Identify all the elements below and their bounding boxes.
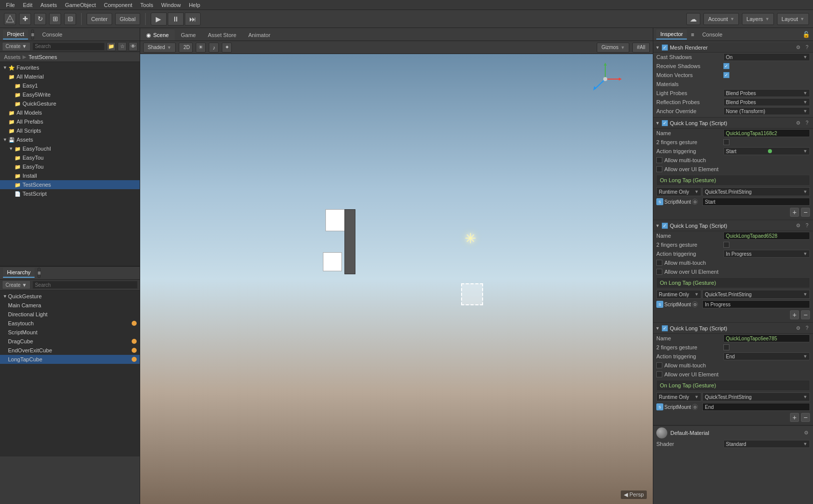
mesh-renderer-checkbox[interactable]: ✓ (662, 45, 668, 51)
qlt3-2fingers-checkbox[interactable] (723, 344, 729, 350)
layout-dropdown[interactable]: Layout ▼ (777, 13, 809, 25)
gizmo-axes[interactable] (585, 59, 625, 99)
qlt2-remove-btn[interactable]: − (801, 310, 810, 319)
hierarchy-directional-light[interactable]: Directional Light (0, 310, 140, 319)
menu-window[interactable]: Window (157, 2, 185, 8)
tree-easytou-1[interactable]: 📁 EasyTou (0, 153, 140, 162)
scene-view[interactable]: ✳ ◀ Persp (140, 54, 653, 504)
menu-tools[interactable]: Tools (136, 2, 157, 8)
mesh-renderer-header[interactable]: ▼ ✓ Mesh Renderer ⚙ ? (653, 43, 813, 53)
layers-dropdown[interactable]: Layers ▼ (742, 13, 774, 25)
hierarchy-easytouch[interactable]: Easytouch (0, 319, 140, 328)
menu-gameobject[interactable]: GameObject (61, 2, 100, 8)
qlt2-name-input[interactable]: QuickLongTapaed6528 (723, 232, 810, 240)
cast-shadows-dropdown[interactable]: On ▼ (723, 53, 810, 61)
tree-install[interactable]: 📁 Install (0, 171, 140, 180)
play-button[interactable]: ▶ (151, 13, 167, 26)
quick-long-tap-1-header[interactable]: ▼ ✓ Quick Long Tap (Script) ⚙ ? (653, 118, 813, 129)
inspector-menu-btn[interactable]: ≡ (691, 32, 694, 38)
default-material-settings-icon[interactable]: ⚙ (802, 429, 810, 437)
tab-animator[interactable]: Animator (242, 30, 276, 41)
tab-project[interactable]: Project (3, 30, 28, 40)
tree-easytouch-root[interactable]: ▼ 📁 EasyTouchI (0, 144, 140, 153)
anchor-override-dropdown[interactable]: None (Transform) ▼ (723, 107, 810, 115)
tree-easy5write[interactable]: 📁 Easy5Write (0, 90, 140, 99)
qlt1-name-input[interactable]: QuickLongTapa1168c2 (723, 129, 810, 137)
qlt1-enabled-checkbox[interactable]: ✓ (662, 120, 668, 126)
qlt1-func-select[interactable]: QuickTest.PrintString ▼ (702, 187, 810, 196)
hierarchy-dragcube[interactable]: DragCube (0, 337, 140, 346)
fx-btn[interactable]: ✦ (222, 43, 232, 53)
qlt3-remove-btn[interactable]: − (801, 413, 810, 422)
tree-easytou-2[interactable]: 📁 EasyTou (0, 162, 140, 171)
assets-header[interactable]: ▼ 💾 Assets (0, 135, 140, 144)
qlt3-func-select[interactable]: QuickTest.PrintString ▼ (702, 392, 810, 401)
qlt2-func-select[interactable]: QuickTest.PrintString ▼ (702, 290, 810, 299)
qlt2-settings-icon[interactable]: ⚙ (794, 222, 802, 230)
tab-inspector[interactable]: Inspector (656, 30, 687, 40)
pause-button[interactable]: ⏸ (168, 13, 184, 26)
tree-all-scripts[interactable]: 📁 All Scripts (0, 126, 140, 135)
tree-all-prefabs[interactable]: 📁 All Prefabs (0, 117, 140, 126)
quick-long-tap-3-header[interactable]: ▼ ✓ Quick Long Tap (Script) ⚙ ? (653, 323, 813, 334)
qlt3-circle-btn[interactable]: ⊙ (692, 404, 698, 410)
reflection-probes-dropdown[interactable]: Blend Probes ▼ (723, 98, 810, 106)
tab-console[interactable]: Console (38, 30, 66, 40)
tab-scene[interactable]: ◉ Scene (140, 30, 175, 41)
menu-file[interactable]: File (2, 2, 19, 8)
qlt1-circle-btn[interactable]: ⊙ (692, 199, 698, 205)
cloud-button[interactable]: ☁ (686, 13, 700, 25)
inspector-lock-icon[interactable]: 🔓 (802, 31, 810, 38)
qlt3-enabled-checkbox[interactable]: ✓ (662, 325, 668, 331)
hierarchy-menu-btn[interactable]: ≡ (38, 268, 41, 278)
qlt1-add-btn[interactable]: + (790, 208, 799, 217)
qlt3-runtime-select[interactable]: Runtime Only ▼ (656, 392, 701, 401)
tab-hierarchy[interactable]: Hierarchy (3, 268, 35, 278)
qlt2-add-btn[interactable]: + (790, 310, 799, 319)
qlt3-multi-touch-checkbox[interactable] (656, 362, 662, 368)
qlt1-remove-btn[interactable]: − (801, 208, 810, 217)
qlt1-settings-icon[interactable]: ⚙ (794, 119, 802, 127)
qlt3-name-input[interactable]: QuickLongTapc6ee785 (723, 334, 810, 342)
qlt2-help-icon[interactable]: ? (803, 222, 811, 230)
light-probes-dropdown[interactable]: Blend Probes ▼ (723, 89, 810, 97)
qlt1-multi-touch-checkbox[interactable] (656, 157, 662, 163)
breadcrumb-testscenes[interactable]: TestScenes (29, 54, 57, 60)
motion-vectors-checkbox[interactable]: ✓ (723, 72, 729, 78)
menu-edit[interactable]: Edit (19, 2, 37, 8)
twod-btn[interactable]: 2D (179, 43, 193, 53)
shader-dropdown[interactable]: Standard ▼ (723, 440, 810, 448)
qlt3-allow-over-checkbox[interactable] (656, 371, 662, 377)
menu-assets[interactable]: Assets (37, 2, 61, 8)
qlt2-circle-btn[interactable]: ⊙ (692, 301, 698, 307)
favorites-header[interactable]: ▼ ⭐ Favorites (0, 63, 140, 72)
hierarchy-main-camera[interactable]: Main Camera (0, 301, 140, 310)
hierarchy-search[interactable] (33, 281, 138, 289)
account-dropdown[interactable]: Account ▼ (703, 13, 739, 25)
mesh-renderer-help-icon[interactable]: ? (803, 44, 811, 52)
gizmos-btn[interactable]: Gizmos ▼ (597, 43, 629, 53)
qlt1-help-icon[interactable]: ? (803, 119, 811, 127)
tab-game[interactable]: Game (175, 30, 202, 41)
tree-all-material[interactable]: 📁 All Material (0, 72, 140, 81)
tree-all-models[interactable]: 📁 All Models (0, 108, 140, 117)
hierarchy-scriptmount[interactable]: ScriptMount (0, 328, 140, 337)
qlt3-add-btn[interactable]: + (790, 413, 799, 422)
project-search[interactable] (33, 43, 105, 51)
star-btn[interactable]: ☆ (118, 42, 127, 51)
tree-testscript[interactable]: 📄 TestScript (0, 189, 140, 198)
qlt1-2fingers-checkbox[interactable] (723, 139, 729, 145)
unity-logo-btn[interactable] (4, 13, 16, 25)
menu-component[interactable]: Component (100, 2, 136, 8)
space-btn[interactable]: Global (115, 13, 140, 25)
qlt2-allow-over-checkbox[interactable] (656, 269, 662, 275)
qlt2-action-dropdown[interactable]: In Progress ▼ (723, 250, 810, 258)
create-btn[interactable]: Create ▼ (2, 42, 31, 51)
tree-easy1[interactable]: 📁 Easy1 (0, 81, 140, 90)
qlt3-settings-icon[interactable]: ⚙ (794, 324, 802, 332)
qlt1-allow-over-checkbox[interactable] (656, 166, 662, 172)
breadcrumb-assets[interactable]: Assets (4, 54, 21, 60)
audio-btn[interactable]: ♪ (209, 43, 219, 53)
qlt2-enabled-checkbox[interactable]: ✓ (662, 223, 668, 229)
tree-quickgesture-fav[interactable]: 📁 QuickGesture (0, 99, 140, 108)
